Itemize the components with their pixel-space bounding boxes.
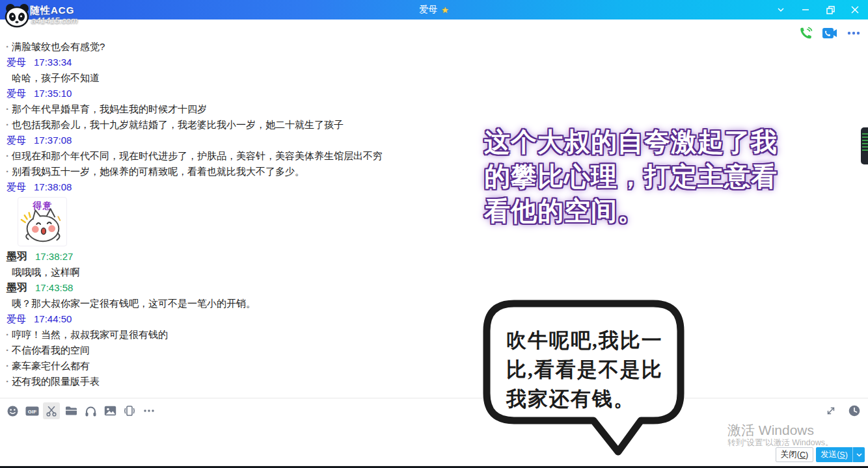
sticker-message[interactable]: 得意 (0, 195, 483, 249)
windows-activation-watermark: 激活 Windows (727, 421, 814, 439)
titlebar[interactable]: 爱母 ★ (0, 0, 868, 20)
emoji-icon[interactable] (4, 402, 21, 419)
chat-message: 那个年代早婚早育，我妈生我的时候才十四岁 (0, 101, 483, 117)
message-timestamp: 17:44:50 (34, 313, 72, 324)
chat-message: 别看我妈五十一岁，她保养的可精致呢，看着也就比我大不了多少。 (0, 164, 483, 179)
narration-line: 这个大叔的自夸激起了我 (484, 125, 813, 159)
sticker-image[interactable]: 得意 (18, 197, 67, 246)
gif-icon[interactable]: GIF (23, 402, 40, 419)
chat-message: 咦？那大叔你家一定很有钱吧，这可不是一笔小的开销。 (0, 296, 483, 311)
bubble-line: 我家还有钱。 (506, 384, 663, 413)
message-timestamp: 17:38:08 (34, 181, 72, 192)
video-call-icon[interactable] (822, 26, 837, 40)
message-history-clock-icon[interactable] (846, 402, 863, 419)
message-timestamp: 17:43:58 (35, 282, 73, 293)
more-tools-icon[interactable] (141, 402, 157, 419)
chat-message: 不信你看我的空间 (0, 343, 483, 358)
send-options-chevron-icon[interactable] (852, 447, 865, 462)
sender-name[interactable]: 爱母 (7, 57, 26, 68)
message-timestamp: 17:35:10 (34, 88, 72, 99)
chat-message: 哈哈，孩子你不知道 (0, 70, 483, 86)
sender-name[interactable]: 爱母 (7, 181, 26, 192)
bubble-line: 比,看看是不是比 (506, 355, 663, 384)
narration-line: 的攀比心理，打定主意看 (484, 159, 813, 194)
chat-message: 豪车豪宅什么都有 (0, 358, 483, 374)
narration-overlay: 这个大叔的自夸激起了我 的攀比心理，打定主意看 看他的空间。 (484, 125, 813, 228)
restore-button[interactable] (821, 1, 839, 18)
sender-name[interactable]: 墨羽 (7, 282, 27, 293)
screenshot-scissors-icon[interactable] (43, 402, 60, 419)
sparkle-icon (21, 213, 31, 222)
music-icon[interactable] (82, 402, 99, 419)
chat-title: 爱母 (419, 4, 437, 16)
chat-messages[interactable]: 满脸皱纹也会有感觉?爱母17:33:34哈哈，孩子你不知道爱母17:35:10那… (0, 39, 483, 389)
bubble-line: 吹牛呢吧,我比一 (506, 326, 663, 355)
svg-text:GIF: GIF (27, 409, 36, 415)
message-timestamp: 17:38:27 (35, 251, 73, 262)
scrollbar-thumb[interactable] (861, 127, 868, 164)
chat-window: 爱母 ★ 随性ACG a41415.com (0, 0, 868, 468)
input-divider (0, 398, 868, 398)
chat-message: 哦哦哦，这样啊 (0, 265, 483, 280)
sender-name[interactable]: 爱母 (7, 135, 26, 146)
message-timestamp: 17:37:08 (34, 135, 72, 146)
app-domain-watermark: a41415.com (31, 16, 78, 25)
chat-meta-row: 墨羽17:38:27 (0, 249, 483, 265)
chat-message: 满脸皱纹也会有感觉? (0, 39, 483, 55)
close-chat-button[interactable]: 关闭(C) (776, 447, 813, 462)
file-folder-icon[interactable] (62, 402, 79, 419)
sender-name[interactable]: 爱母 (7, 313, 26, 324)
chat-meta-row: 爱母17:44:50 (0, 311, 483, 327)
fullscreen-expand-icon[interactable] (822, 402, 839, 419)
star-icon: ★ (441, 5, 449, 15)
image-icon[interactable] (102, 402, 118, 419)
shake-window-icon[interactable] (121, 402, 138, 419)
send-button-label[interactable]: 发送(S) (816, 447, 852, 462)
chat-message: 但现在和那个年代不同，现在时代进步了，护肤品，美容针，美容美体养生馆层出不穷 (0, 148, 483, 164)
chat-message: 还有我的限量版手表 (0, 374, 483, 389)
more-actions-icon[interactable] (846, 26, 861, 40)
chat-meta-row: 爱母17:35:10 (0, 86, 483, 101)
minimize-button[interactable] (796, 1, 815, 18)
close-button[interactable] (846, 1, 864, 18)
chat-meta-row: 爱母17:38:08 (0, 179, 483, 195)
sender-name[interactable]: 墨羽 (7, 251, 27, 262)
chat-title-area: 爱母 ★ (0, 0, 868, 20)
narration-line: 看他的空间。 (484, 194, 813, 228)
message-timestamp: 17:33:34 (34, 57, 72, 68)
voice-call-icon[interactable] (798, 26, 813, 40)
chat-meta-row: 爱母17:37:08 (0, 133, 483, 148)
collapse-chevron-button[interactable] (772, 1, 790, 18)
chat-message: 也包括我那会儿，我十九岁就结婚了，我老婆比我小一岁，她二十就生了孩子 (0, 117, 483, 133)
app-logo-panda-icon (4, 2, 30, 29)
sender-name[interactable]: 爱母 (7, 88, 26, 99)
chat-meta-row: 墨羽17:43:58 (0, 280, 483, 296)
speech-bubble: 吹牛呢吧,我比一 比,看看是不是比 我家还有钱。 (483, 300, 686, 457)
send-button[interactable]: 发送(S) (816, 447, 865, 462)
chat-message: 哼哼！当然，叔叔我家可是很有钱的 (0, 327, 483, 343)
chat-meta-row: 爱母17:33:34 (0, 55, 483, 70)
